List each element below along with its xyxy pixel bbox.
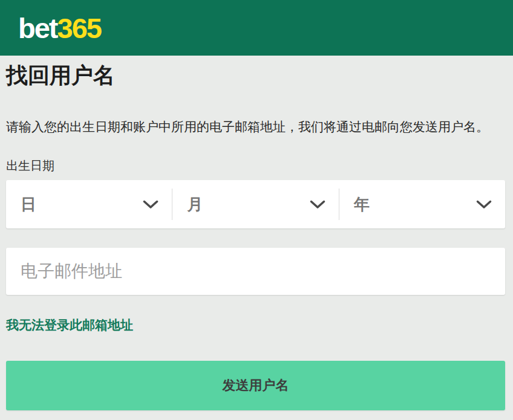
instruction-text: 请输入您的出生日期和账户中所用的电子邮箱地址，我们将通过电邮向您发送用户名。 [6, 118, 505, 135]
dob-month-value: 月 [187, 194, 203, 215]
bet365-logo[interactable]: bet365 [18, 14, 101, 42]
page-title: 找回用户名 [6, 56, 505, 89]
chevron-down-icon [143, 200, 158, 209]
dob-day-value: 日 [21, 194, 36, 215]
logo-text-365: 365 [57, 12, 101, 44]
dob-month-select[interactable]: 月 [172, 180, 338, 228]
cant-access-email-link[interactable]: 我无法登录此邮箱地址 [6, 317, 133, 334]
logo-text-bet: bet [18, 12, 57, 44]
chevron-down-icon [310, 200, 325, 209]
dob-select-group: 日 月 年 [6, 180, 505, 228]
dob-year-value: 年 [354, 194, 370, 215]
main-content: 找回用户名 请输入您的出生日期和账户中所用的电子邮箱地址，我们将通过电邮向您发送… [0, 56, 513, 410]
dob-day-select[interactable]: 日 [6, 180, 172, 228]
email-input[interactable] [6, 248, 505, 295]
chevron-down-icon [476, 200, 492, 209]
dob-label: 出生日期 [6, 157, 505, 174]
send-username-button[interactable]: 发送用户名 [6, 361, 505, 410]
dob-year-select[interactable]: 年 [339, 180, 505, 228]
app-header: bet365 [0, 0, 513, 56]
